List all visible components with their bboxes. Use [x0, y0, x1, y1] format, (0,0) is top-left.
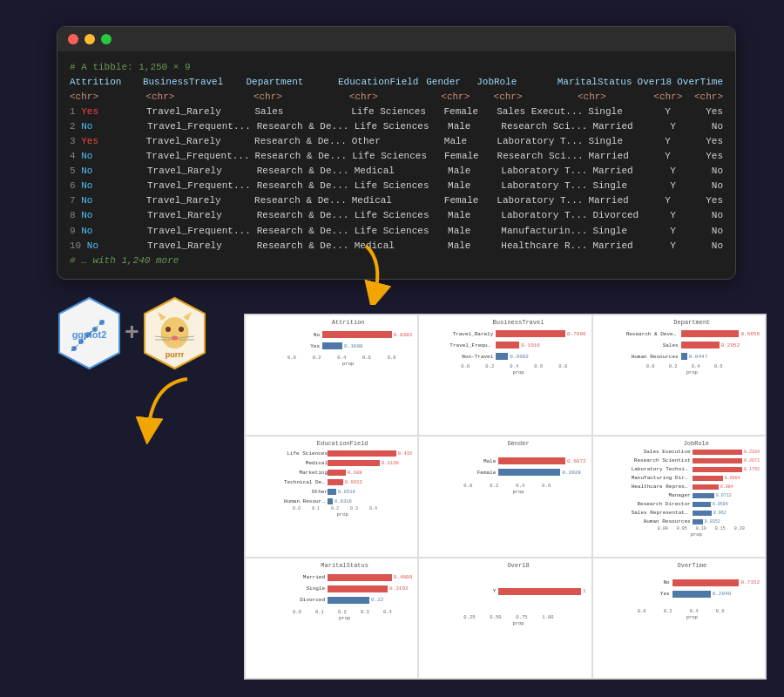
bar-jr-lt: Laboratory Technician 0.1792 — [693, 465, 760, 473]
col-overtime: OverTime — [677, 75, 723, 90]
bar-jr-rd: Research Director 0.0584 — [693, 500, 760, 508]
bar-mkt-fill — [328, 470, 346, 476]
bar-single-fill — [328, 585, 388, 592]
terminal-body: # A tibble: 1,250 × 9 Attrition Business… — [57, 51, 735, 279]
chart-ms-title: MaritalStatus — [277, 562, 412, 569]
bar-jr-sr: Sales Representative 0.062 — [693, 509, 760, 517]
table-row: 7 No Travel_Rarely Research & De... Medi… — [70, 193, 723, 208]
bar-ls-fill — [328, 450, 396, 457]
bar-jr-hrres: Human Resources 0.0352 — [693, 518, 760, 525]
maximize-button[interactable] — [101, 34, 112, 44]
bar-attrition-yes: Yes 0.1608 — [322, 341, 412, 351]
chart-bt-title: BusinessTravel — [450, 319, 585, 326]
col-travel: BusinessTravel — [143, 75, 241, 90]
terminal-window: # A tibble: 1,250 × 9 Attrition Business… — [57, 26, 736, 280]
bar-dept-sales: Sales 0.2952 — [681, 340, 760, 350]
bar-o18-y: Y 1 — [498, 586, 585, 597]
chart-grid: Attrition No 0.8392 Yes 0.1608 0.0 0.2 0… — [245, 315, 766, 679]
svg-point-4 — [85, 332, 91, 337]
col-over18: Over18 — [638, 75, 672, 90]
bar-dept-rd: Research & Development 0.6656 — [681, 328, 760, 339]
bar-female-fill — [498, 469, 560, 476]
table-row: 1 Yes Travel_Rarely Sales Life Sciences … — [70, 105, 723, 119]
arrow-logo-to-chart — [135, 375, 205, 444]
close-button[interactable] — [68, 34, 78, 44]
purrr-logo: purrr — [142, 296, 207, 370]
bar-edu-techdeg: Technical Degree 0.0912 — [328, 477, 412, 486]
chart-overtime: OverTime No 0.7152 Yes 0.2848 0.0 0.2 0.… — [592, 558, 766, 679]
table-row: 10 No Travel_Rarely Research & De... Med… — [70, 239, 723, 254]
bar-hrr-fill — [693, 519, 703, 524]
chart-attrition-title: Attrition — [284, 319, 412, 326]
bar-jr-se: Sales Executive 0.2184 — [693, 448, 760, 456]
bar-lt-fill — [693, 467, 742, 472]
o18-x-axis: prop — [450, 620, 585, 626]
bar-yes-fill — [322, 342, 342, 349]
bar-jr-mgr: Manager 0.0712 — [693, 491, 760, 499]
bar-edu-medical: Medical 0.3136 — [328, 458, 412, 467]
bar-divorced-fill — [328, 597, 369, 604]
bar-hr-fill — [681, 353, 687, 360]
chart-attrition: Attrition No 0.8392 Yes 0.1608 0.0 0.2 0… — [245, 315, 418, 436]
bt-x-axis: prop — [450, 369, 585, 376]
col-edu: EducationField — [338, 75, 421, 90]
svg-point-14 — [179, 327, 184, 332]
bar-ot-yes: Yes 0.2848 — [672, 589, 760, 599]
jr-x-axis: prop — [633, 531, 760, 538]
chart-dept-title: Department — [625, 319, 760, 326]
bar-jr-md: Manufacturing Director 0.0984 — [693, 474, 760, 482]
bar-married-fill — [328, 574, 392, 581]
ot-x-axis: prop — [625, 614, 760, 620]
bar-md-fill — [693, 476, 723, 481]
col-job: JobRole — [476, 75, 552, 90]
bar-jr-rs: Research Scientist 0.2072 — [693, 457, 760, 464]
terminal-titlebar — [57, 27, 735, 51]
col-gender: Gender — [426, 75, 471, 90]
chart-gender: Gender Male 0.6072 Female 0.3928 0.0 0.2… — [418, 436, 591, 557]
bar-bt-rarely: Travel_Rarely 0.7096 — [496, 328, 585, 339]
table-row: 2 No Travel_Frequent... Research & De...… — [70, 119, 723, 134]
bar-sr-fill — [693, 511, 712, 516]
bar-ms-single: Single 0.3192 — [328, 584, 412, 594]
svg-text:purrr: purrr — [166, 350, 185, 359]
bar-mgr-fill — [693, 493, 714, 498]
footer-more: # … with 1,240 more — [70, 254, 723, 268]
bar-attrition-no: No 0.8392 — [322, 329, 412, 340]
table-row: 6 No Travel_Frequent... Research & De...… — [70, 179, 723, 193]
chart-area: Attrition No 0.8392 Yes 0.1608 0.0 0.2 0… — [244, 314, 767, 680]
bar-se-fill — [693, 450, 742, 455]
attrition-x-axis: prop — [284, 361, 412, 367]
bar-ot-no: No 0.7152 — [672, 578, 760, 588]
bar-bt-frequently: Travel_Frequently 0.1916 — [496, 340, 585, 350]
svg-point-15 — [171, 336, 178, 341]
bar-gender-female: Female 0.3928 — [498, 467, 585, 477]
bar-edhr-fill — [328, 498, 333, 504]
bar-oth-fill — [328, 489, 336, 495]
col-attrition: Attrition — [70, 75, 138, 90]
plus-icon: + — [125, 320, 139, 347]
bar-rd-fill — [681, 330, 740, 337]
gender-x-axis: prop — [450, 489, 585, 495]
bar-hcr-fill — [693, 484, 719, 490]
bar-ms-divorced: Divorced 0.22 — [328, 595, 412, 606]
bar-ms-married: Married 0.4608 — [328, 572, 412, 583]
bar-jr-hr: Healthcare Representative 0.084 — [693, 483, 760, 491]
chart-jobrole: JobRole Sales Executive 0.2184 Research … — [592, 436, 766, 557]
chart-edu-title: EducationField — [273, 440, 412, 447]
chart-ot-title: OverTime — [625, 562, 760, 569]
bar-td-fill — [328, 479, 343, 485]
bar-nt-fill — [496, 353, 508, 360]
ms-x-axis: prop — [277, 615, 412, 621]
chart-jr-title: JobRole — [633, 440, 760, 447]
ggplot2-logo: ggplot2 — [57, 296, 122, 370]
minimize-button[interactable] — [84, 34, 95, 44]
dept-x-axis: prop — [625, 369, 760, 376]
bar-edu-other: Other 0.0516 — [328, 487, 412, 496]
bar-edu-hr: Human Resources 0.0316 — [328, 497, 412, 505]
chart-business-travel: BusinessTravel Travel_Rarely 0.7096 Trav… — [418, 315, 591, 436]
bar-rs-fill — [693, 458, 742, 464]
edu-x-axis: prop — [273, 511, 412, 518]
col-marital: MaritalStatus — [558, 75, 632, 90]
bar-ot-no-fill — [672, 579, 740, 586]
chart-o18-title: Over18 — [450, 562, 585, 569]
